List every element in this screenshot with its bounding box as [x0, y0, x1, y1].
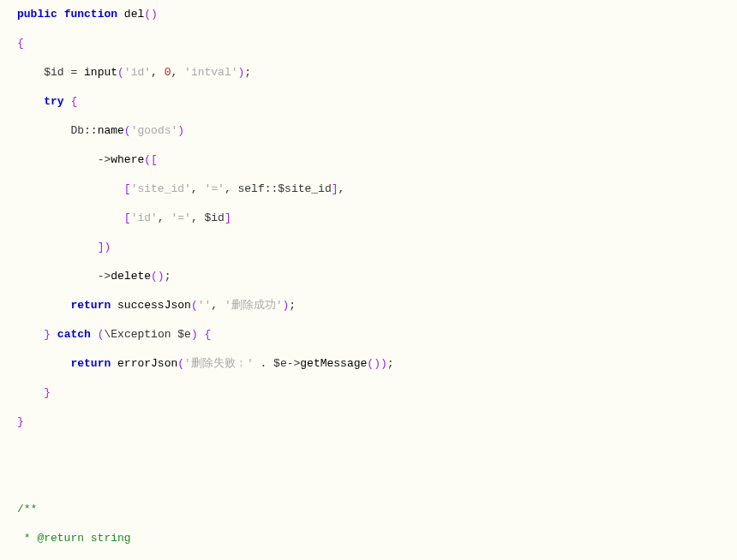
code-line: } catch (\Exception $e) {: [17, 327, 730, 342]
keyword-function: function: [64, 8, 117, 21]
code-line: {: [17, 36, 730, 51]
docblock-line: /**: [17, 502, 730, 516]
code-line: ->where([: [17, 152, 730, 167]
code-line: $id = input('id', 0, 'intval');: [17, 65, 730, 80]
keyword-public: public: [17, 8, 57, 21]
blank-line: [17, 444, 730, 458]
code-line: ]): [17, 240, 730, 254]
code-line: public function del(): [17, 7, 730, 21]
docblock-line: * @return string: [17, 531, 730, 545]
function-name: del: [124, 8, 144, 21]
code-line: return errorJson('删除失败：' . $e->getMessag…: [17, 356, 730, 371]
code-block: public function del() { $id = input('id'…: [17, 7, 730, 560]
blank-line: [17, 473, 730, 487]
code-line: return successJson('', '删除成功');: [17, 298, 730, 313]
code-line: ['id', '=', $id]: [17, 211, 730, 225]
code-line: ['site_id', '=', self::$site_id],: [17, 182, 730, 196]
code-line: }: [17, 385, 730, 400]
code-line: }: [17, 414, 730, 429]
code-line: ->delete();: [17, 269, 730, 283]
code-line: try {: [17, 94, 730, 109]
code-line: Db::name('goods'): [17, 123, 730, 138]
